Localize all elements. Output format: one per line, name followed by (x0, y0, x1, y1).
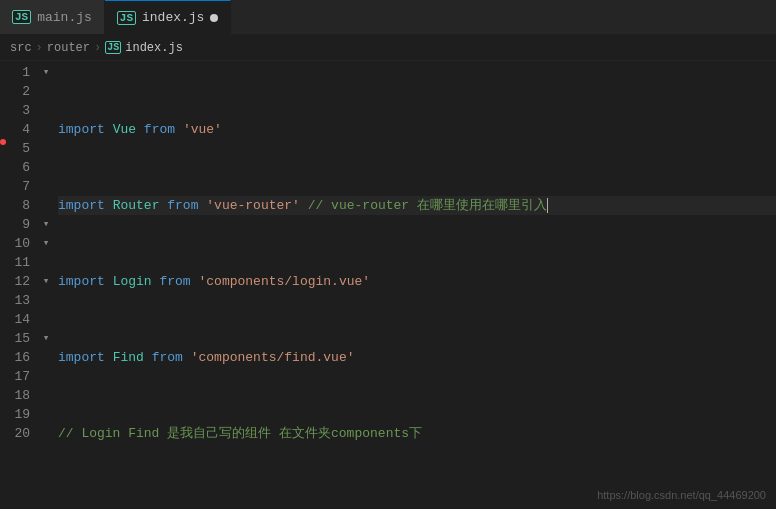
line-numbers: 1 2 3 4 5 6 7 8 9 10 11 12 13 14 15 16 1… (0, 61, 38, 509)
line-num-18: 18 (0, 386, 30, 405)
breadcrumb: src › router › JS index.js (0, 35, 776, 61)
line-num-9: 9 (0, 215, 30, 234)
line-num-16: 16 (0, 348, 30, 367)
tab-bar: JS main.js JS index.js (0, 0, 776, 35)
line-num-11: 11 (0, 253, 30, 272)
tab-index-js[interactable]: JS index.js (105, 0, 232, 34)
line-num-10: 10 (0, 234, 30, 253)
fold-9[interactable]: ▾ (38, 215, 54, 234)
code-line-3: import Login from 'components/login.vue' (58, 272, 776, 291)
fold-12[interactable]: ▾ (38, 272, 54, 291)
text-cursor (547, 198, 548, 213)
fold-1[interactable]: ▾ (38, 63, 54, 82)
editor: 1 2 3 4 5 6 7 8 9 10 11 12 13 14 15 16 1… (0, 61, 776, 509)
line-num-3: 3 (0, 101, 30, 120)
fold-5 (38, 139, 54, 158)
breadcrumb-src: src (10, 41, 32, 55)
fold-4 (38, 120, 54, 139)
line-num-20: 20 (0, 424, 30, 443)
fold-15[interactable]: ▾ (38, 329, 54, 348)
line-num-7: 7 (0, 177, 30, 196)
fold-19 (38, 405, 54, 424)
watermark: https://blog.csdn.net/qq_44469200 (597, 489, 766, 501)
fold-13 (38, 291, 54, 310)
fold-8 (38, 196, 54, 215)
code-line-4: import Find from 'components/find.vue' (58, 348, 776, 367)
js-icon-index: JS (117, 11, 136, 25)
code-line-6 (58, 500, 776, 509)
fold-16 (38, 348, 54, 367)
tab-main-js[interactable]: JS main.js (0, 0, 105, 34)
fold-18 (38, 386, 54, 405)
breadcrumb-sep2: › (94, 41, 101, 55)
fold-17 (38, 367, 54, 386)
fold-2 (38, 82, 54, 101)
line-num-12: 12 (0, 272, 30, 291)
fold-3 (38, 101, 54, 120)
code-content[interactable]: import Vue from 'vue' import Router from… (54, 61, 776, 509)
line-num-15: 15 (0, 329, 30, 348)
line-num-14: 14 (0, 310, 30, 329)
breadcrumb-filename: index.js (125, 41, 183, 55)
code-line-1: import Vue from 'vue' (58, 120, 776, 139)
breadcrumb-router: router (47, 41, 90, 55)
fold-7 (38, 177, 54, 196)
breadcrumb-sep1: › (36, 41, 43, 55)
line-num-4: 4 (0, 120, 30, 139)
modified-dot (210, 14, 218, 22)
tab-label-main: main.js (37, 10, 92, 25)
code-line-5: // Login Find 是我自己写的组件 在文件夹components下 (58, 424, 776, 443)
line-num-1: 1 (0, 63, 30, 82)
line-num-2: 2 (0, 82, 30, 101)
fold-11 (38, 253, 54, 272)
tab-label-index: index.js (142, 10, 204, 25)
fold-14 (38, 310, 54, 329)
line-num-19: 19 (0, 405, 30, 424)
fold-10[interactable]: ▾ (38, 234, 54, 253)
breakpoint-dot[interactable] (0, 139, 6, 145)
fold-6 (38, 158, 54, 177)
line-num-8: 8 (0, 196, 30, 215)
code-line-2: import Router from 'vue-router' // vue-r… (58, 196, 776, 215)
line-num-17: 17 (0, 367, 30, 386)
fold-20 (38, 424, 54, 443)
js-icon-breadcrumb: JS (105, 41, 121, 54)
line-num-13: 13 (0, 291, 30, 310)
fold-gutter: ▾ ▾ ▾ ▾ ▾ (38, 61, 54, 509)
line-num-6: 6 (0, 158, 30, 177)
js-icon-main: JS (12, 10, 31, 24)
